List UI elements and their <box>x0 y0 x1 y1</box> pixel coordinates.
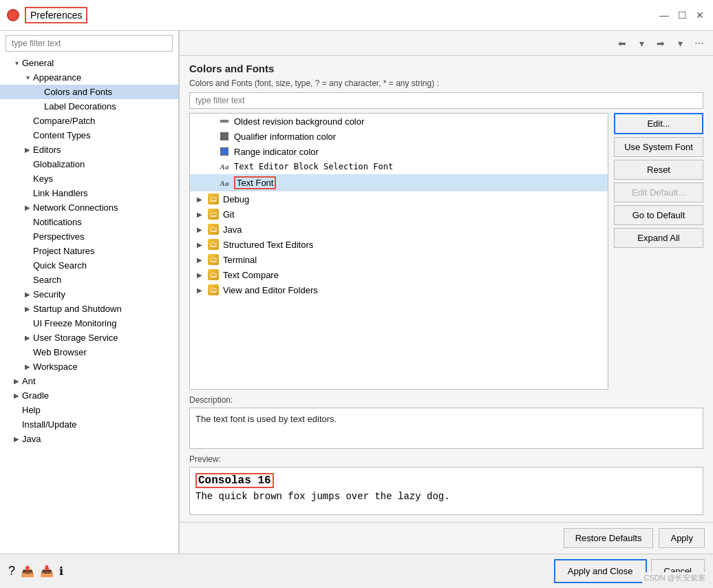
panel-title: Colors and Fonts <box>189 63 703 74</box>
font-list-item-java[interactable]: ▶🗂Java <box>190 222 608 237</box>
font-list-item-qualifier-info[interactable]: Qualifier information color <box>190 129 608 144</box>
more-button[interactable]: ⋯ <box>691 35 707 52</box>
tree-item-java[interactable]: ▶Java <box>0 432 178 446</box>
tree-item-startup-shutdown[interactable]: ▶Startup and Shutdown <box>0 302 178 316</box>
font-list[interactable]: Oldest revision background colorQualifie… <box>190 114 608 389</box>
expand-arrow-debug[interactable]: ▶ <box>195 196 204 203</box>
tree-label-perspectives: Perspectives <box>33 231 178 242</box>
expand-arrow-text-compare[interactable]: ▶ <box>195 271 204 279</box>
tree-item-keys[interactable]: Keys <box>0 171 178 186</box>
edit-button[interactable]: Edit... <box>614 113 703 134</box>
tree-label-help: Help <box>22 405 178 415</box>
tree-item-web-browser[interactable]: Web Browser <box>0 345 178 359</box>
tree-item-notifications[interactable]: Notifications <box>0 215 178 229</box>
right-filter-input[interactable] <box>189 92 703 109</box>
expand-arrow-structured-text[interactable]: ▶ <box>195 241 204 249</box>
left-panel: ▾General▾AppearanceColors and FontsLabel… <box>0 31 179 554</box>
tree-toggle-user-storage: ▶ <box>22 334 33 342</box>
close-button[interactable]: ✕ <box>694 9 706 21</box>
tree-item-appearance[interactable]: ▾Appearance <box>0 70 178 85</box>
font-item-icon-structured-text: 🗂 <box>208 239 219 250</box>
expand-arrow-terminal[interactable]: ▶ <box>195 256 204 264</box>
use-system-font-button[interactable]: Use System Font <box>614 137 703 157</box>
left-filter-input[interactable] <box>6 35 173 52</box>
font-item-label-range-indicator: Range indicator color <box>234 147 319 157</box>
tree-item-link-handlers[interactable]: Link Handlers <box>0 186 178 200</box>
forward-button[interactable]: ➡ <box>652 35 669 52</box>
tree-item-help[interactable]: Help <box>0 403 178 417</box>
window-title: Preferences <box>25 7 87 23</box>
tree-item-ant[interactable]: ▶Ant <box>0 374 178 388</box>
font-item-icon-git: 🗂 <box>208 209 219 220</box>
font-item-label-qualifier-info: Qualifier information color <box>234 132 336 142</box>
title-bar: Preferences — ☐ ✕ <box>0 0 713 31</box>
font-item-label-text-editor-block: Text Editor Block Selection Font <box>234 162 393 171</box>
export-icon[interactable]: 📤 <box>21 565 34 578</box>
font-list-item-range-indicator[interactable]: Range indicator color <box>190 144 608 159</box>
back-button[interactable]: ⬅ <box>614 35 630 52</box>
tree-item-colors-and-fonts[interactable]: Colors and Fonts <box>0 85 178 99</box>
font-item-label-view-editor-folders: View and Editor Folders <box>223 285 318 295</box>
go-to-default-button[interactable]: Go to Default <box>614 205 703 225</box>
reset-button[interactable]: Reset <box>614 160 703 180</box>
tree-item-editors[interactable]: ▶Editors <box>0 143 178 157</box>
import-icon[interactable]: 📥 <box>40 565 54 578</box>
info-icon[interactable]: ℹ <box>59 565 63 578</box>
tree-item-label-decorations[interactable]: Label Decorations <box>0 99 178 114</box>
restore-defaults-button[interactable]: Restore Defaults <box>564 528 654 548</box>
help-icon[interactable]: ? <box>8 564 15 578</box>
font-list-item-debug[interactable]: ▶🗂Debug <box>190 191 608 207</box>
right-buttons: Edit... Use System Font Reset Edit Defau… <box>614 113 703 390</box>
preview-font-name: Consolas 16 <box>195 473 274 488</box>
tree-label-link-handlers: Link Handlers <box>33 188 178 198</box>
tree-toggle-ant: ▶ <box>11 377 22 385</box>
tree-item-ui-freeze[interactable]: UI Freeze Monitoring <box>0 316 178 330</box>
tree-scroll[interactable]: ▾General▾AppearanceColors and FontsLabel… <box>0 56 178 554</box>
tree-item-gradle[interactable]: ▶Gradle <box>0 388 178 403</box>
tree-item-globalization[interactable]: Globalization <box>0 157 178 171</box>
tree-item-workspace[interactable]: ▶Workspace <box>0 359 178 374</box>
expand-arrow-java[interactable]: ▶ <box>195 226 204 233</box>
tree-item-content-types[interactable]: Content Types <box>0 128 178 143</box>
filter-row <box>189 92 703 109</box>
tree-label-search: Search <box>33 275 178 285</box>
font-list-item-text-editor-block[interactable]: AaText Editor Block Selection Font <box>190 159 608 174</box>
font-list-item-view-editor-folders[interactable]: ▶🗂View and Editor Folders <box>190 282 608 297</box>
tree-label-editors: Editors <box>33 145 178 155</box>
font-item-label-java: Java <box>223 224 242 235</box>
font-item-icon-terminal: 🗂 <box>208 254 219 265</box>
font-item-label-structured-text: Structured Text Editors <box>223 240 313 250</box>
tree-item-quick-search[interactable]: Quick Search <box>0 258 178 273</box>
font-item-icon-debug: 🗂 <box>208 193 219 204</box>
tree-item-general[interactable]: ▾General <box>0 56 178 70</box>
tree-item-install-update[interactable]: Install/Update <box>0 417 178 432</box>
preview-section: Preview: Consolas 16 The quick brown fox… <box>189 454 703 515</box>
tree-item-user-storage[interactable]: ▶User Storage Service <box>0 330 178 345</box>
expand-arrow-view-editor-folders[interactable]: ▶ <box>195 286 204 294</box>
minimize-button[interactable]: — <box>658 9 670 21</box>
font-list-item-structured-text[interactable]: ▶🗂Structured Text Editors <box>190 237 608 252</box>
tree-item-search[interactable]: Search <box>0 273 178 287</box>
tree-item-network-connections[interactable]: ▶Network Connections <box>0 200 178 215</box>
maximize-button[interactable]: ☐ <box>676 9 688 21</box>
font-list-item-terminal[interactable]: ▶🗂Terminal <box>190 252 608 267</box>
tree-label-label-decorations: Label Decorations <box>44 101 178 112</box>
bottom-left-icons: ? 📤 📥 ℹ <box>8 564 63 578</box>
apply-and-close-button[interactable]: Apply and Close <box>554 559 647 583</box>
font-list-item-oldest-revision[interactable]: Oldest revision background color <box>190 114 608 129</box>
tree-item-project-natures[interactable]: Project Natures <box>0 244 178 258</box>
forward-dropdown-button[interactable]: ▾ <box>672 35 688 52</box>
edit-default-button[interactable]: Edit Default... <box>614 182 703 202</box>
expand-arrow-git[interactable]: ▶ <box>195 211 204 218</box>
tree-item-perspectives[interactable]: Perspectives <box>0 229 178 244</box>
tree-label-install-update: Install/Update <box>22 419 178 430</box>
back-dropdown-button[interactable]: ▾ <box>633 35 650 52</box>
tree-item-security[interactable]: ▶Security <box>0 287 178 302</box>
expand-all-button[interactable]: Expand All <box>614 228 703 248</box>
tree-toggle-startup-shutdown: ▶ <box>22 305 33 313</box>
tree-item-compare-patch[interactable]: Compare/Patch <box>0 114 178 128</box>
font-list-item-text-compare[interactable]: ▶🗂Text Compare <box>190 267 608 282</box>
font-list-item-text-font[interactable]: AaText Font <box>190 174 608 191</box>
font-list-item-git[interactable]: ▶🗂Git <box>190 207 608 222</box>
apply-button[interactable]: Apply <box>659 528 705 548</box>
